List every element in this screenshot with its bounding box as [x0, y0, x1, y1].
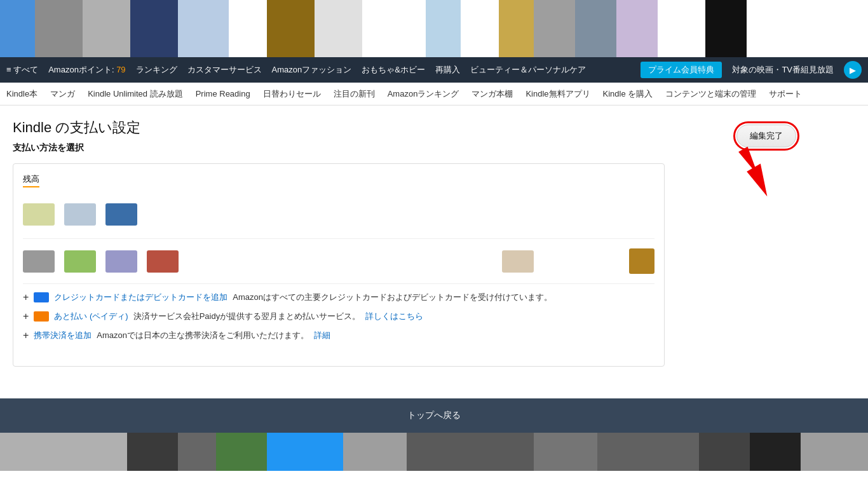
card-thumb-6 [105, 250, 137, 273]
right-section: 編集完了 [677, 118, 855, 367]
page-title: Kindle の支払い設定 [13, 118, 665, 137]
card-thumb-7 [147, 250, 179, 273]
add-paidy-link[interactable]: 詳しくはこちら [365, 311, 423, 322]
nav-prime-reading[interactable]: Prime Reading [196, 89, 250, 98]
card-thumb-3 [105, 203, 137, 226]
nav-support[interactable]: サポート [769, 88, 802, 100]
card-thumb-1 [23, 203, 55, 226]
nav-content-manage[interactable]: コンテンツと端末の管理 [665, 88, 756, 100]
prime-sublabel: 対象の映画・TV番組見放題 [732, 64, 834, 76]
nav-buy-kindle[interactable]: Kindle を購入 [603, 88, 653, 100]
nav-daily-sale[interactable]: 日替わりセール [263, 88, 321, 100]
card-thumb-8 [502, 250, 534, 273]
credit-card-icon [34, 292, 49, 302]
nav-amazon-ranking[interactable]: Amazonランキング [388, 88, 459, 100]
add-paidy-text: あと払い (ペイディ) [54, 311, 128, 322]
points-label: Amazonポイント: 79 [48, 64, 125, 76]
color-bar-top [0, 0, 868, 57]
nav-fashion[interactable]: Amazonファッション [272, 64, 352, 76]
left-section: Kindle の支払い設定 支払い方法を選択 残高 [13, 118, 665, 367]
menu-button[interactable]: ≡ すべて [6, 64, 38, 76]
add-mobile-payment[interactable]: + 携帯決済を追加 Amazonでは日本の主な携帯決済をご利用いただけます。 詳… [23, 330, 654, 341]
nav-new-releases[interactable]: 注目の新刊 [334, 88, 375, 100]
divider-2 [23, 283, 654, 284]
add-mobile-desc: Amazonでは日本の主な携帯決済をご利用いただけます。 [97, 330, 309, 341]
plus-icon-mobile: + [23, 330, 29, 341]
nav-kindle-books[interactable]: Kindle本 [6, 88, 37, 100]
main-content: Kindle の支払い設定 支払い方法を選択 残高 [0, 105, 868, 379]
card-thumb-9 [629, 248, 654, 274]
svg-marker-1 [736, 146, 776, 200]
balance-label: 残高 [23, 173, 39, 187]
nav-kindle-unlimited[interactable]: Kindle Unlimited 読み放題 [88, 88, 183, 100]
add-credit-text: クレジットカードまたはデビットカードを追加 [54, 292, 227, 303]
nav-repurchase[interactable]: 再購入 [435, 64, 460, 76]
nav-customer-service[interactable]: カスタマーサービス [187, 64, 262, 76]
card-thumb-2 [64, 203, 96, 226]
prime-button[interactable]: プライム会員特典 [641, 62, 722, 78]
paidy-icon [34, 311, 49, 322]
add-paidy-desc: 決済サービス会社Paidyが提供する翌月まとめ払いサービス。 [133, 311, 361, 322]
payment-box: 残高 + [13, 163, 665, 367]
nav-manga-shelf[interactable]: マンガ本棚 [471, 88, 513, 100]
add-credit-desc: Amazonはすべての主要クレジットカードおよびデビットカードを受け付けています… [233, 292, 552, 303]
color-bar-bottom [0, 433, 868, 471]
card-thumb-4 [23, 250, 55, 273]
card-row-2 [23, 248, 654, 274]
add-credit-card[interactable]: + クレジットカードまたはデビットカードを追加 Amazonはすべての主要クレジ… [23, 292, 654, 303]
card-row-1 [23, 203, 654, 226]
add-mobile-link[interactable]: 詳細 [314, 330, 330, 341]
nav-toys[interactable]: おもちゃ&ホビー [362, 64, 425, 76]
divider-1 [23, 238, 654, 239]
nav-kindle-app[interactable]: Kindle無料アプリ [526, 88, 590, 100]
section-subtitle: 支払い方法を選択 [13, 142, 665, 154]
nav-beauty[interactable]: ビューティー＆パーソナルケア [470, 64, 586, 76]
add-paidy[interactable]: + あと払い (ペイディ) 決済サービス会社Paidyが提供する翌月まとめ払いサ… [23, 311, 654, 322]
arrow-indicator [715, 140, 792, 206]
top-nav: ≡ すべて Amazonポイント: 79 ランキング カスタマーサービス Ama… [0, 57, 868, 83]
nav-manga[interactable]: マンガ [50, 88, 75, 100]
nav-ranking[interactable]: ランキング [136, 64, 177, 76]
footer[interactable]: トップへ戻る [0, 398, 868, 433]
plus-icon-credit: + [23, 292, 29, 303]
prime-play-button[interactable]: ▶ [844, 61, 862, 79]
card-thumb-5 [64, 250, 96, 273]
plus-icon-paidy: + [23, 311, 29, 322]
second-nav: Kindle本 マンガ Kindle Unlimited 読み放題 Prime … [0, 83, 868, 105]
add-mobile-text: 携帯決済を追加 [34, 330, 92, 341]
